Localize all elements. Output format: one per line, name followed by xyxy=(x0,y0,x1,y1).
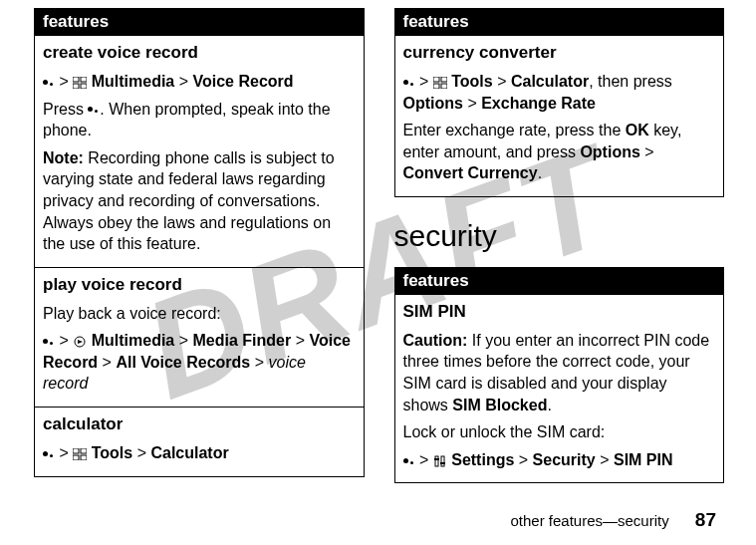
path-part: Tools xyxy=(451,73,492,90)
sep: > xyxy=(419,451,428,468)
svg-rect-0 xyxy=(73,77,79,82)
footer-text: other features—security xyxy=(510,512,668,529)
svg-rect-12 xyxy=(441,84,447,89)
text: . xyxy=(538,164,542,181)
nav-path: > Multimedia > Media Finder > Voice Reco… xyxy=(43,330,356,395)
svg-rect-8 xyxy=(81,455,87,460)
svg-rect-15 xyxy=(434,458,439,460)
center-key-icon xyxy=(403,79,415,87)
feature-title: SIM PIN xyxy=(403,301,716,324)
sep: > xyxy=(59,444,68,461)
path-part: Options xyxy=(403,95,463,112)
key-label: OK xyxy=(626,122,649,138)
text: . xyxy=(547,397,551,413)
feature-cell-calculator: calculator > Tools > Calculator xyxy=(35,408,365,477)
path-part: Tools xyxy=(92,444,132,461)
feature-title: play voice record xyxy=(43,274,356,297)
path-part: Multimedia xyxy=(92,73,175,90)
instruction-text: Enter exchange rate, press the OK key, e… xyxy=(403,120,716,184)
sep: > xyxy=(179,332,193,349)
svg-rect-5 xyxy=(73,448,79,453)
sep: > xyxy=(497,73,511,90)
svg-rect-7 xyxy=(73,455,79,460)
svg-rect-11 xyxy=(433,84,439,89)
center-key-icon xyxy=(43,450,55,458)
display-text: SIM Blocked xyxy=(452,397,547,413)
instruction-text: Lock or unlock the SIM card: xyxy=(403,421,716,443)
nav-path: > Settings > Security > SIM PIN xyxy=(403,449,716,471)
text: , then press xyxy=(589,73,672,90)
category-icon xyxy=(433,77,447,89)
feature-title: create voice record xyxy=(43,42,356,65)
table-header: features xyxy=(35,9,365,36)
sep: > xyxy=(296,332,310,349)
feature-title: calculator xyxy=(43,413,356,436)
svg-rect-1 xyxy=(81,77,87,82)
section-heading-security: security xyxy=(394,219,725,253)
path-part: Options xyxy=(580,143,639,160)
left-column: features create voice record > Multimedi… xyxy=(34,8,365,483)
features-table-left: features create voice record > Multimedi… xyxy=(34,8,365,477)
path-part: SIM PIN xyxy=(614,451,673,468)
sep: > xyxy=(103,354,117,371)
category-icon xyxy=(73,336,87,348)
feature-cell-sim-pin: SIM PIN Caution: If you enter an incorre… xyxy=(394,294,724,483)
note-label: Note: xyxy=(43,149,84,166)
center-key-icon xyxy=(43,79,55,87)
table-header: features xyxy=(394,9,724,36)
path-part: Settings xyxy=(451,451,514,468)
category-icon xyxy=(73,77,87,89)
path-part: All Voice Records xyxy=(116,354,250,371)
feature-title: currency converter xyxy=(403,42,716,65)
svg-rect-3 xyxy=(81,84,87,89)
path-part: Voice Record xyxy=(193,73,294,90)
center-key-icon xyxy=(43,338,55,346)
sep: > xyxy=(59,73,68,90)
sep: > xyxy=(467,95,481,112)
features-table-right-bottom: features SIM PIN Caution: If you enter a… xyxy=(394,267,725,484)
path-part: Convert Currency xyxy=(403,164,538,181)
right-column: features currency converter > Tools > Ca… xyxy=(394,8,725,483)
svg-rect-9 xyxy=(433,77,439,82)
instruction-text: Play back a voice record: xyxy=(43,303,356,325)
caution-text: Caution: If you enter an incorrect PIN c… xyxy=(403,330,716,415)
path-part: Exchange Rate xyxy=(481,95,596,112)
note-text: Note: Recording phone calls is subject t… xyxy=(43,147,356,255)
sep: > xyxy=(255,354,269,371)
features-table-right-top: features currency converter > Tools > Ca… xyxy=(394,8,725,197)
table-header: features xyxy=(394,267,724,294)
path-part: Calculator xyxy=(511,73,589,90)
instruction-text: Press . When prompted, speak into the ph… xyxy=(43,99,356,141)
sep: > xyxy=(137,444,151,461)
sep: > xyxy=(59,332,68,349)
center-key-icon xyxy=(403,457,415,465)
svg-rect-13 xyxy=(435,456,438,466)
feature-cell-play-voice: play voice record Play back a voice reco… xyxy=(35,267,365,407)
sep: > xyxy=(419,73,428,90)
page-content: features create voice record > Multimedi… xyxy=(0,0,756,483)
nav-path: > Tools > Calculator xyxy=(43,442,356,464)
page-footer: other features—security 87 xyxy=(510,509,716,531)
feature-cell-currency: currency converter > Tools > Calculator,… xyxy=(394,36,724,197)
category-icon xyxy=(73,448,87,460)
settings-icon xyxy=(433,455,447,467)
path-part: Multimedia xyxy=(92,332,175,349)
sep: > xyxy=(600,451,614,468)
svg-rect-14 xyxy=(441,456,444,466)
sep: > xyxy=(179,73,193,90)
nav-path: > Tools > Calculator, then press Options… xyxy=(403,71,716,114)
sep: > xyxy=(519,451,533,468)
feature-cell-create-voice: create voice record > Multimedia > Voice… xyxy=(35,36,365,268)
svg-rect-10 xyxy=(441,77,447,82)
path-part: Security xyxy=(533,451,596,468)
sep: > xyxy=(640,143,654,160)
path-part: Media Finder xyxy=(193,332,292,349)
nav-path: > Multimedia > Voice Record xyxy=(43,71,356,93)
svg-rect-6 xyxy=(81,448,87,453)
page-number: 87 xyxy=(695,509,716,530)
center-key-icon xyxy=(88,106,100,114)
svg-rect-2 xyxy=(73,84,79,89)
caution-label: Caution: xyxy=(403,332,468,349)
svg-rect-16 xyxy=(440,462,445,464)
path-part: Calculator xyxy=(150,444,228,461)
